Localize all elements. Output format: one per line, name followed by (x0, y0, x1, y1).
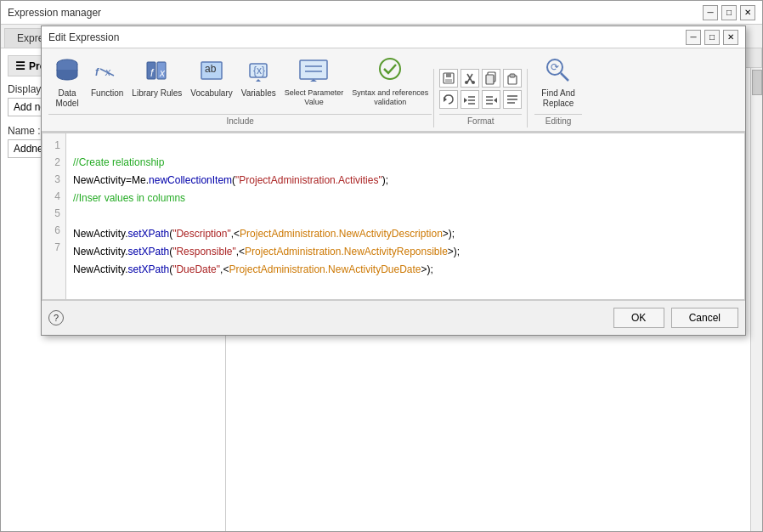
svg-marker-37 (494, 98, 497, 103)
variables-button[interactable]: {x} Variables (238, 52, 280, 112)
data-model-label: DataModel (55, 88, 78, 109)
editing-group-label: Editing (534, 114, 581, 127)
footer-right: OK Cancel (613, 308, 738, 328)
editing-group: ⟳ Find AndReplace Editing (529, 52, 586, 127)
ok-button[interactable]: OK (613, 308, 664, 328)
line-num-4: 4 (48, 188, 60, 205)
line-num-3: 3 (48, 171, 60, 188)
include-items: DataModel f x Function (48, 52, 432, 112)
svg-point-24 (472, 81, 475, 84)
library-rules-button[interactable]: f x Library Rules (128, 52, 185, 112)
code-line-7: NewActivity.setXPath("DueDate",<ProjectA… (73, 263, 433, 275)
svg-rect-26 (486, 75, 494, 84)
cancel-button[interactable]: Cancel (671, 308, 738, 328)
editing-items: ⟳ Find AndReplace (534, 52, 581, 112)
toolbar: DataModel f x Function (42, 48, 745, 133)
find-replace-label: Find AndReplace (541, 88, 574, 109)
help-button[interactable]: ? (48, 310, 64, 325)
format-icons-col1 (439, 69, 522, 109)
code-line-4 (73, 210, 76, 222)
vocabulary-button[interactable]: ab Vocabulary (187, 52, 235, 112)
save-format-button[interactable] (439, 69, 458, 88)
include-group-label: Include (48, 114, 432, 127)
outdent-button[interactable] (461, 90, 479, 109)
data-model-icon (52, 55, 82, 86)
library-rules-icon: f x (142, 55, 172, 86)
indent-button[interactable] (482, 90, 500, 109)
syntax-validation-button[interactable]: Syntax and referencesvalidation (348, 52, 432, 112)
dialog-maximize-button[interactable]: □ (704, 30, 720, 45)
paste-button[interactable] (503, 69, 522, 88)
svg-point-23 (465, 81, 468, 84)
svg-text:ab: ab (205, 63, 217, 75)
svg-text:x: x (159, 67, 166, 79)
data-model-button[interactable]: DataModel (48, 52, 86, 112)
format-group-label: Format (439, 114, 522, 127)
align-button[interactable] (503, 90, 522, 109)
select-parameter-icon (298, 55, 329, 86)
dialog-minimize-button[interactable]: ─ (686, 30, 701, 45)
variables-icon: {x} (243, 55, 274, 86)
svg-text:{x}: {x} (253, 65, 265, 76)
svg-line-42 (561, 73, 568, 81)
dialog-titlebar: Edit Expression ─ □ ✕ (42, 26, 745, 48)
svg-rect-19 (446, 73, 451, 77)
svg-rect-20 (445, 79, 452, 83)
code-line-5: NewActivity.setXPath("Description",<Proj… (73, 228, 455, 240)
find-replace-button[interactable]: ⟳ Find AndReplace (534, 52, 581, 112)
dialog-close-button[interactable]: ✕ (723, 30, 738, 45)
code-content[interactable]: //Create relationship NewActivity=Me.new… (66, 133, 744, 299)
footer-left: ? (48, 310, 64, 325)
line-num-1: 1 (48, 137, 60, 154)
find-replace-icon: ⟳ (543, 55, 574, 86)
dialog-footer: ? OK Cancel (42, 300, 745, 335)
copy-button[interactable] (482, 69, 500, 88)
code-line-3: //Inser values in columns (73, 192, 185, 204)
code-line-6: NewActivity.setXPath("Responsible",<Proj… (73, 246, 460, 258)
code-editor: 1 2 3 4 5 6 7 //Create relationship NewA… (42, 133, 745, 300)
expression-manager-window: Expression manager ─ □ ✕ Expressions New… (0, 0, 763, 532)
variables-label: Variables (241, 88, 276, 99)
code-line-1: //Create relationship (73, 156, 164, 168)
svg-text:f: f (95, 66, 99, 78)
format-row1 (439, 69, 522, 88)
format-group: Format (433, 69, 528, 127)
svg-marker-33 (464, 98, 467, 103)
include-group: DataModel f x Function (48, 52, 432, 127)
function-icon: f x (92, 55, 122, 86)
syntax-validation-icon (375, 55, 405, 86)
line-num-2: 2 (48, 154, 60, 171)
format-items (439, 69, 522, 112)
format-row2 (439, 90, 522, 109)
line-numbers: 1 2 3 4 5 6 7 (42, 133, 66, 299)
library-rules-label: Library Rules (132, 88, 182, 99)
syntax-validation-label: Syntax and referencesvalidation (352, 88, 428, 107)
dialog-controls: ─ □ ✕ (686, 30, 738, 45)
svg-text:⟳: ⟳ (551, 61, 559, 73)
svg-marker-12 (256, 79, 261, 82)
select-parameter-label: Select ParameterValue (285, 88, 344, 107)
svg-point-17 (380, 59, 400, 79)
vocabulary-icon: ab (196, 55, 227, 86)
dialog-title: Edit Expression (48, 31, 119, 43)
cut-button[interactable] (461, 69, 479, 88)
edit-expression-dialog: Edit Expression ─ □ ✕ (41, 25, 746, 336)
line-num-7: 7 (48, 239, 60, 256)
undo-button[interactable] (439, 90, 458, 109)
function-button[interactable]: f x Function (88, 52, 127, 112)
line-num-6: 6 (48, 222, 60, 239)
svg-rect-28 (510, 74, 515, 77)
line-num-5: 5 (48, 205, 60, 222)
function-label: Function (91, 88, 123, 99)
code-line-2: NewActivity=Me.newCollectionItem("Projec… (73, 174, 388, 186)
svg-rect-13 (300, 60, 327, 79)
dialog-overlay: Edit Expression ─ □ ✕ (0, 0, 763, 532)
select-parameter-button[interactable]: Select ParameterValue (281, 52, 348, 112)
vocabulary-label: Vocabulary (190, 88, 232, 99)
